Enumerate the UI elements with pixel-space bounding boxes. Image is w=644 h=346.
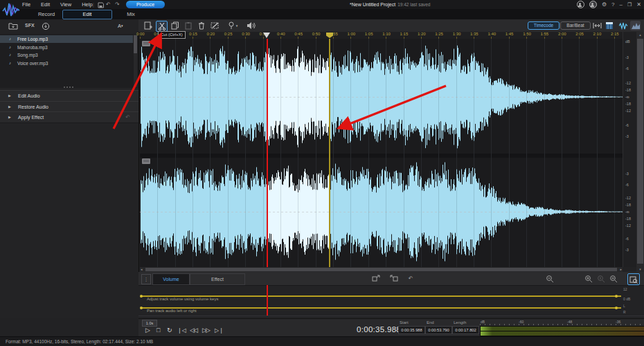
go-to-end-button[interactable]: ▷❘ xyxy=(215,326,224,335)
account-icon[interactable] xyxy=(577,1,584,8)
stop-button[interactable]: □ xyxy=(156,326,160,335)
title-bar: FileEditViewHelp | ↶ ↷ Produce *New Unti… xyxy=(0,0,644,9)
zoom-selection-icon[interactable] xyxy=(597,275,605,283)
field-value-end[interactable]: 0:00:53.790 xyxy=(425,326,452,334)
member-zone-icon[interactable] xyxy=(589,1,597,8)
panel-section-edit-audio[interactable]: ▶Edit Audio xyxy=(0,90,138,102)
db-label: -3 xyxy=(625,248,629,252)
panel-section-apply-effect[interactable]: ▶Apply Effect↶ xyxy=(0,111,138,123)
tab-volume[interactable]: Volume xyxy=(152,273,190,285)
keyframe-panel: ⋮ VolumeEffect ↶ xyxy=(138,272,644,318)
expand-arrow-icon: ▶ xyxy=(8,112,11,122)
library-scrollbar[interactable] xyxy=(134,35,137,87)
waveform-view-icon[interactable] xyxy=(618,21,629,30)
create-clip-icon[interactable] xyxy=(143,21,153,30)
keyframe-envelope-line[interactable] xyxy=(141,307,621,309)
keyframe-dot[interactable] xyxy=(615,307,618,309)
import-media-icon[interactable] xyxy=(8,22,18,30)
scroll-up-icon[interactable]: ▴ xyxy=(636,33,644,37)
view-entire-clip-button[interactable] xyxy=(627,273,640,285)
tab-edit[interactable]: Edit xyxy=(62,10,112,19)
help-icon[interactable]: ? xyxy=(611,1,614,8)
redo-icon[interactable]: ↷ xyxy=(115,0,120,9)
library-file-item[interactable]: ♪Free Loop.mp3 xyxy=(0,35,133,43)
speaker-icon[interactable] xyxy=(246,21,256,30)
db-label-infinity: -∞ xyxy=(625,95,629,99)
fit-timeline-icon[interactable] xyxy=(592,21,602,30)
settings-gear-icon[interactable]: ⚙ xyxy=(602,1,607,8)
zoom-out-icon[interactable] xyxy=(546,275,554,283)
scroll-left-icon[interactable]: ◂ xyxy=(141,267,143,272)
cut-icon[interactable] xyxy=(156,21,168,32)
keyframe-lane-volume[interactable]: Adjust track volume using volume keys120… xyxy=(138,286,644,303)
tab-record[interactable]: Record xyxy=(25,9,68,19)
field-value-start[interactable]: 0:00:35.988 xyxy=(398,326,425,334)
trim-icon[interactable] xyxy=(210,21,220,30)
horizontal-scrollbar[interactable]: ◂ ▸ xyxy=(140,267,623,272)
file-name: Voice over.mp3 xyxy=(17,60,48,67)
vertical-scrollbar[interactable]: ▴ ▾ xyxy=(636,32,644,272)
save-icon[interactable] xyxy=(98,2,104,8)
library-file-item[interactable]: ♪Mahoroba.mp3 xyxy=(0,44,133,51)
copy-icon[interactable] xyxy=(170,21,180,30)
delete-icon[interactable] xyxy=(196,21,206,30)
scroll-right-icon[interactable]: ▸ xyxy=(620,267,622,272)
channel-grip-right[interactable] xyxy=(142,158,150,164)
current-time-display: 0:00:35.988 xyxy=(357,325,401,334)
undo-icon[interactable]: ↶ xyxy=(106,0,111,9)
playhead-line[interactable] xyxy=(267,39,268,267)
menu-file[interactable]: File xyxy=(21,1,32,8)
field-value-length[interactable]: 0:00:17.802 xyxy=(452,326,479,334)
rewind-button[interactable]: ◁◁ xyxy=(190,326,197,335)
loop-button[interactable]: ↻ xyxy=(167,326,172,335)
panel-resize-grip[interactable] xyxy=(64,86,75,89)
spectral-view-icon[interactable] xyxy=(630,21,641,30)
bar-beat-button[interactable]: Bar/Beat xyxy=(560,21,591,30)
ruler-label: 0:50 xyxy=(312,32,321,36)
panel-section-restore-audio[interactable]: ▶Restore Audio xyxy=(0,101,138,113)
sort-files-button[interactable]: A▾ xyxy=(118,23,123,29)
menu-edit[interactable]: Edit xyxy=(39,1,51,8)
reset-keyframes-icon[interactable]: ↶ xyxy=(406,274,415,283)
keyframe-dot[interactable] xyxy=(140,307,143,309)
tab-effect[interactable]: Effect xyxy=(190,273,245,285)
tab-mix[interactable]: Mix xyxy=(111,9,151,19)
keyframe-dot[interactable] xyxy=(140,295,143,298)
add-keyframe-icon[interactable] xyxy=(371,274,381,283)
download-media-icon[interactable] xyxy=(42,22,50,30)
go-to-start-button[interactable]: ❘◁ xyxy=(177,326,186,335)
menu-help[interactable]: Help xyxy=(80,1,93,8)
produce-button[interactable]: Produce xyxy=(126,1,165,8)
scroll-down-icon[interactable]: ▾ xyxy=(636,267,644,271)
paste-icon[interactable] xyxy=(183,21,193,30)
ruler-label: 0:15 xyxy=(189,32,197,36)
waveform-editor[interactable] xyxy=(140,39,623,267)
close-button[interactable]: ✕ xyxy=(636,1,641,8)
expand-panel-button[interactable]: ⋮ xyxy=(141,274,151,284)
minimize-button[interactable]: – xyxy=(620,1,623,8)
fast-forward-button[interactable]: ▷▷ xyxy=(202,326,209,335)
chevron-down-icon: ▾ xyxy=(121,24,123,28)
ruler-label: 0:00 xyxy=(136,32,145,36)
zoom-one-to-one-icon[interactable] xyxy=(609,275,618,283)
zoom-in-icon[interactable] xyxy=(584,275,593,283)
db-label: dB xyxy=(625,39,630,44)
next-keyframe-icon[interactable] xyxy=(389,274,399,283)
keyframe-dot[interactable] xyxy=(615,295,618,298)
restore-button[interactable]: ❐ xyxy=(627,2,632,8)
selection-end-line[interactable] xyxy=(329,39,330,267)
sfx-button[interactable]: SFX xyxy=(25,23,35,28)
menu-view[interactable]: View xyxy=(59,1,73,8)
waveform-canvas[interactable] xyxy=(140,39,623,267)
channel-grip-left[interactable] xyxy=(142,41,150,46)
timecode-button[interactable]: Timecode xyxy=(528,21,560,30)
keyframe-lane-pan[interactable]: Pan track audio left or rightLR xyxy=(138,302,644,316)
library-file-item[interactable]: ♪Voice over.mp3 xyxy=(0,60,133,67)
playhead-marker[interactable] xyxy=(263,33,270,38)
ruler-label: 2:15 xyxy=(611,32,619,36)
add-marker-button[interactable]: ▾ xyxy=(225,21,240,30)
library-file-item[interactable]: ♪Song.mp3 xyxy=(0,51,133,59)
reset-icon[interactable]: ↶ xyxy=(125,112,130,122)
snap-icon[interactable] xyxy=(604,21,614,30)
play-button[interactable]: ▷ xyxy=(145,326,150,335)
